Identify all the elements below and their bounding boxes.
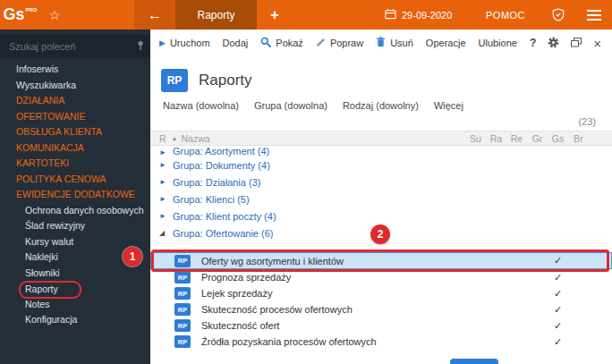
sidebar-item-konfiguracja[interactable]: Konfiguracja	[0, 312, 150, 328]
column-br[interactable]: Br	[568, 133, 589, 144]
sidebar-section-kartoteki[interactable]: KARTOTEKI	[0, 156, 150, 172]
sidebar-item-slad-rewizyjny[interactable]: Ślad rewizyjny	[0, 218, 150, 234]
toolbar-right-group: ? ×	[530, 36, 601, 51]
report-rp-icon: RP	[174, 271, 191, 284]
sidebar-item-wyszukiwarka[interactable]: Wyszukiwarka	[0, 78, 150, 94]
module-icon: RP	[161, 69, 188, 92]
filter-more[interactable]: Więcej	[434, 100, 463, 111]
date-picker[interactable]: 29-09-2020	[385, 0, 452, 30]
tab-raporty[interactable]: Raporty	[175, 0, 257, 30]
group-row-dzialania[interactable]: ► Grupa: Działania (3)	[150, 174, 612, 190]
page-header: RP Raporty	[150, 56, 612, 97]
filter-bar: Nazwa (dowolna) Grupa (dowolna) Rodzaj (…	[150, 97, 612, 114]
report-row[interactable]: RP Lejek sprzedaży ✓	[150, 285, 612, 301]
sort-asc-icon: ▲	[172, 135, 178, 141]
restore-window-icon[interactable]	[571, 38, 582, 49]
operations-button[interactable]: Operacje	[426, 38, 466, 48]
sidebar-menu: Infoserwis Wyszukiwarka DZIAŁANIA OFERTO…	[0, 62, 150, 328]
show-button[interactable]: Pokaż	[260, 37, 303, 49]
group-row-dokumenty[interactable]: ► Grupa: Dokumenty (4)	[150, 157, 612, 174]
sidebar-section-ofertowanie[interactable]: OFERTOWANIE	[0, 109, 150, 125]
calendar-icon	[385, 8, 396, 21]
expand-icon[interactable]: ►	[159, 212, 168, 220]
back-button[interactable]: ←	[134, 0, 175, 30]
report-row[interactable]: RP Skuteczność procesów ofertowych ✓	[150, 301, 612, 317]
report-rp-icon: RP	[174, 319, 191, 332]
main-panel: ▶ Uruchom Dodaj Pokaż Popraw Usuń Operac…	[150, 30, 612, 364]
scrollbar-thumb[interactable]	[450, 359, 498, 364]
group-row-ofertowanie[interactable]: ◢ Grupa: Ofertowanie (6)	[150, 224, 612, 241]
sidebar-section-obsluga-klienta[interactable]: OBSŁUGA KLIENTA	[0, 124, 150, 140]
expand-icon[interactable]: ►	[159, 148, 168, 157]
new-tab-button[interactable]: +	[261, 0, 288, 30]
column-r[interactable]: R	[159, 133, 166, 144]
edit-button[interactable]: Popraw	[316, 38, 363, 49]
sidebar-item-kursy-walut[interactable]: Kursy walut	[0, 234, 150, 250]
column-gs[interactable]: Gs	[548, 133, 568, 144]
filter-group[interactable]: Grupa (dowolna)	[254, 100, 327, 111]
group-row-klient-poczty[interactable]: ► Grupa: Klient poczty (4)	[150, 207, 612, 224]
sidebar-item-infoserwis[interactable]: Infoserwis	[0, 62, 150, 78]
group-row-asortyment[interactable]: ► Grupa: Asortyment (4)	[150, 146, 612, 157]
sidebar-item-notes[interactable]: Notes	[0, 297, 150, 313]
close-icon[interactable]: ×	[593, 36, 601, 51]
report-row[interactable]: RP Prognoza sprzedaży ✓	[150, 269, 612, 285]
sidebar-item-slowniki[interactable]: Słowniki	[0, 266, 150, 282]
column-su[interactable]: Su	[465, 133, 486, 144]
table-header: R ▲ Nazwa Su Ra Re Gr Gs Br	[150, 131, 612, 146]
column-gr[interactable]: Gr	[527, 133, 548, 144]
sidebar: Infoserwis Wyszukiwarka DZIAŁANIA OFERTO…	[0, 30, 150, 364]
pin-icon[interactable]	[136, 38, 145, 55]
expand-icon[interactable]: ►	[159, 161, 168, 169]
gs-checkmark: ✓	[548, 288, 568, 300]
help-menu[interactable]: POMOC	[486, 0, 525, 30]
shield-icon[interactable]	[548, 0, 569, 30]
flag-columns: Su Ra Re Gr Gs Br	[465, 133, 589, 144]
group-row-klienci[interactable]: ► Grupa: Klienci (5)	[150, 190, 612, 207]
search-input[interactable]	[9, 41, 136, 52]
sidebar-section-polityka-cenowa[interactable]: POLITYKA CENOWA	[0, 172, 150, 188]
sidebar-section-ewidencje-dodatkowe[interactable]: EWIDENCJE DODATKOWE	[0, 187, 150, 203]
filter-name[interactable]: Nazwa (dowolna)	[163, 100, 239, 111]
report-row-selected[interactable]: RP Oferty wg asortymentu i klientów ✓	[150, 252, 612, 269]
hamburger-menu-icon[interactable]	[582, 0, 607, 30]
page-title: Raporty	[199, 72, 252, 89]
gs-checkmark: ✓	[548, 336, 568, 348]
sidebar-item-ochrona-danych[interactable]: Ochrona danych osobowych	[0, 203, 150, 219]
add-button[interactable]: Dodaj	[223, 38, 249, 48]
delete-button[interactable]: Usuń	[376, 37, 413, 49]
table-body: ► Grupa: Asortyment (4) ► Grupa: Dokumen…	[150, 146, 612, 350]
sidebar-section-komunikacja[interactable]: KOMUNIKACJA	[0, 140, 150, 157]
sidebar-item-naklejki[interactable]: Naklejki	[0, 250, 150, 266]
app-window: Gs PRO ☆ ← Raporty + 29-09-2020 POMOC	[0, 0, 612, 364]
report-rp-icon: RP	[174, 303, 191, 316]
sidebar-item-raporty[interactable]: Raporty	[0, 281, 150, 297]
logo-pro-badge: PRO	[26, 7, 38, 13]
row-spacer	[150, 241, 612, 252]
gs-checkmark: ✓	[548, 320, 568, 332]
logo-text: Gs	[3, 5, 24, 24]
collapse-icon[interactable]: ◢	[159, 229, 168, 237]
pencil-icon	[316, 38, 326, 49]
column-re[interactable]: Re	[506, 133, 527, 144]
expand-icon[interactable]: ►	[159, 195, 168, 203]
module-toolbar: ▶ Uruchom Dodaj Pokaż Popraw Usuń Operac…	[150, 30, 612, 56]
favorites-button[interactable]: Ulubione	[479, 38, 517, 48]
favorite-star-icon[interactable]: ☆	[43, 0, 66, 30]
window-body: Infoserwis Wyszukiwarka DZIAŁANIA OFERTO…	[0, 30, 612, 364]
magnifier-icon	[260, 37, 271, 49]
command-search	[0, 35, 150, 58]
sidebar-section-dzialania[interactable]: DZIAŁANIA	[0, 93, 150, 109]
gear-icon[interactable]	[548, 37, 559, 50]
run-button[interactable]: ▶ Uruchom	[159, 38, 210, 48]
gs-checkmark: ✓	[548, 272, 568, 284]
report-row[interactable]: RP Skuteczność ofert ✓	[150, 317, 612, 334]
app-logo: Gs PRO	[0, 0, 39, 30]
column-ra[interactable]: Ra	[486, 133, 506, 144]
column-nazwa[interactable]: Nazwa	[182, 133, 210, 144]
expand-icon[interactable]: ►	[159, 178, 168, 186]
help-icon[interactable]: ?	[530, 37, 536, 49]
filter-type[interactable]: Rodzaj (dowolny)	[343, 100, 419, 111]
gs-checkmark: ✓	[548, 304, 568, 316]
report-row[interactable]: RP Źródła pozyskania procesów ofertowych…	[150, 334, 612, 350]
